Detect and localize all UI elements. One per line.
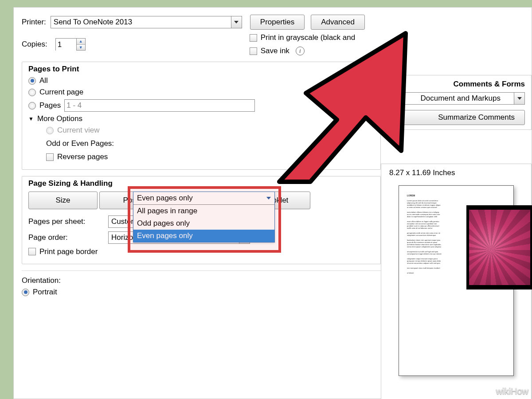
radio-dot [28,89,36,96]
preview-thumbnail [466,205,532,289]
right-column: Comments & Forms Document and Markups Su… [381,75,532,130]
chevron-down-icon[interactable] [514,93,524,104]
spinner-up-icon[interactable]: ▲ [77,39,85,45]
summarize-comments-button[interactable]: Summarize Comments [387,110,525,125]
checkbox-box [28,248,36,255]
info-icon[interactable]: i [296,47,305,55]
odd-even-option-even[interactable]: Even pages only [133,230,274,242]
order-label: Page order: [28,233,104,242]
advanced-button[interactable]: Advanced [311,15,365,30]
spinner-down-icon[interactable]: ▼ [77,45,85,51]
printer-row: Printer: Send To OneNote 2013 Properties… [22,15,524,30]
forms-value: Document and Markups [388,94,514,103]
comments-forms-group: Comments & Forms Document and Markups Su… [381,75,532,130]
radio-portrait[interactable]: Portrait [22,288,381,297]
pps-label: Pages per sheet: [28,217,104,226]
preview-dimensions: 8.27 x 11.69 Inches [389,168,527,177]
radio-dot [28,102,36,110]
watermark: wikiHow [496,386,528,396]
copies-row: Copies: ▲ ▼ Print in grayscale (black an… [22,33,524,55]
odd-even-option-odd[interactable]: Odd pages only [133,217,274,230]
pages-range-input[interactable] [64,99,255,112]
grayscale-checkbox[interactable]: Print in grayscale (black and [250,33,356,42]
copies-input[interactable] [56,39,76,51]
orientation-group: Orientation: Portrait [22,276,381,297]
spinner-arrows[interactable]: ▲ ▼ [76,39,85,50]
radio-dot [22,289,29,296]
reverse-pages-checkbox[interactable]: Reverse pages [46,153,108,161]
printer-select[interactable]: Send To OneNote 2013 [51,16,242,28]
reverse-pages-label: Reverse pages [57,153,108,161]
printer-label: Printer: [22,18,46,27]
printer-select-value: Send To OneNote 2013 [51,18,231,27]
odd-even-dropdown[interactable]: Even pages only All pages in range Odd p… [133,192,275,243]
preview-pane: 8.27 x 11.69 Inches LOREM Lorem ipsum do… [381,164,532,399]
more-options-label: More Options [37,114,82,123]
radio-dot [46,127,54,134]
radio-current-page-label: Current page [39,88,83,97]
copies-spinner[interactable]: ▲ ▼ [55,38,86,51]
forms-select[interactable]: Document and Markups [387,92,525,105]
radio-pages-label: Pages [39,101,61,110]
print-border-checkbox[interactable]: Print page border [28,247,98,256]
chevron-down-icon[interactable] [231,16,242,28]
pages-to-print-group: Pages to Print All Current page Pages ▼ … [22,62,381,170]
print-border-label: Print page border [39,247,98,256]
save-ink-label: Save ink [261,47,289,55]
radio-dot [28,77,36,85]
odd-even-selected-label: Even pages only [137,194,193,203]
radio-portrait-label: Portrait [33,288,57,297]
chevron-down-icon [266,197,271,200]
radio-current-view-label: Current view [57,126,99,135]
radio-pages-range[interactable]: Pages [28,99,374,112]
orientation-legend: Orientation: [22,276,381,285]
triangle-down-icon: ▼ [28,116,34,122]
odd-even-option-all[interactable]: All pages in range [133,205,274,217]
grayscale-label: Print in grayscale (black and [261,33,356,42]
radio-current-view: Current view [46,126,374,135]
radio-all-label: All [39,76,48,85]
pages-legend: Pages to Print [28,65,374,74]
more-options-toggle[interactable]: ▼ More Options [28,114,374,123]
size-button[interactable]: Size [28,192,98,209]
checkbox-box [250,34,257,42]
sizing-legend: Page Sizing & Handling [28,179,374,188]
radio-current-page[interactable]: Current page [28,88,374,97]
odd-even-selected[interactable]: Even pages only [133,192,274,205]
copies-label: Copies: [22,40,47,49]
odd-even-label: Odd or Even Pages: [46,139,134,148]
save-ink-checkbox[interactable]: Save ink i [250,47,356,55]
separator [22,270,381,271]
radio-all[interactable]: All [28,76,374,85]
properties-button[interactable]: Properties [250,15,305,30]
checkbox-box [46,153,54,161]
preview-page: LOREM Lorem ipsum dolor sit amet consect… [399,185,514,376]
forms-legend-partial: Comments & Forms [387,80,525,89]
checkbox-box [250,47,257,55]
left-column: Pages to Print All Current page Pages ▼ … [22,62,381,297]
summarize-comments-label: Summarize Comments [438,113,515,122]
